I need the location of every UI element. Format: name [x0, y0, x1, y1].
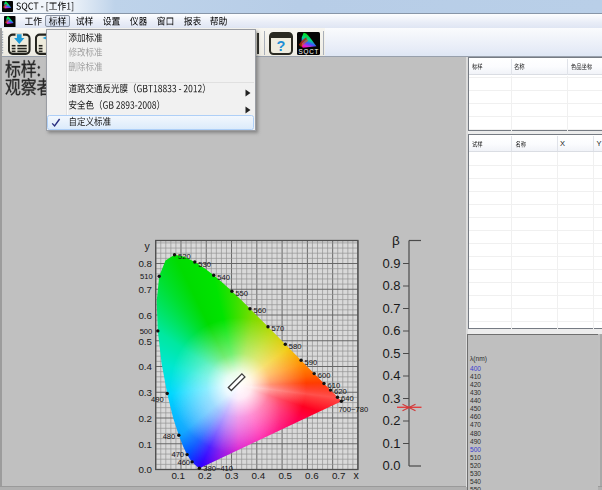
svg-text:570: 570: [272, 324, 285, 333]
svg-text:?: ?: [277, 38, 286, 54]
svg-text:500: 500: [140, 327, 153, 336]
svg-text:700~780: 700~780: [338, 405, 368, 414]
svg-text:380~410: 380~410: [203, 464, 233, 473]
svg-text:540: 540: [217, 273, 230, 282]
svg-text:590: 590: [305, 358, 318, 367]
svg-text:510: 510: [140, 272, 153, 281]
svg-text:530: 530: [198, 260, 211, 269]
svg-text:460: 460: [177, 458, 190, 467]
svg-text:SQCT: SQCT: [298, 48, 318, 55]
svg-text:520: 520: [178, 252, 191, 261]
svg-text:490: 490: [151, 395, 164, 404]
svg-text:480: 480: [163, 432, 176, 441]
svg-text:550: 550: [235, 289, 248, 298]
svg-text:560: 560: [254, 306, 267, 315]
svg-text:580: 580: [289, 342, 302, 351]
svg-text:600: 600: [318, 371, 331, 380]
